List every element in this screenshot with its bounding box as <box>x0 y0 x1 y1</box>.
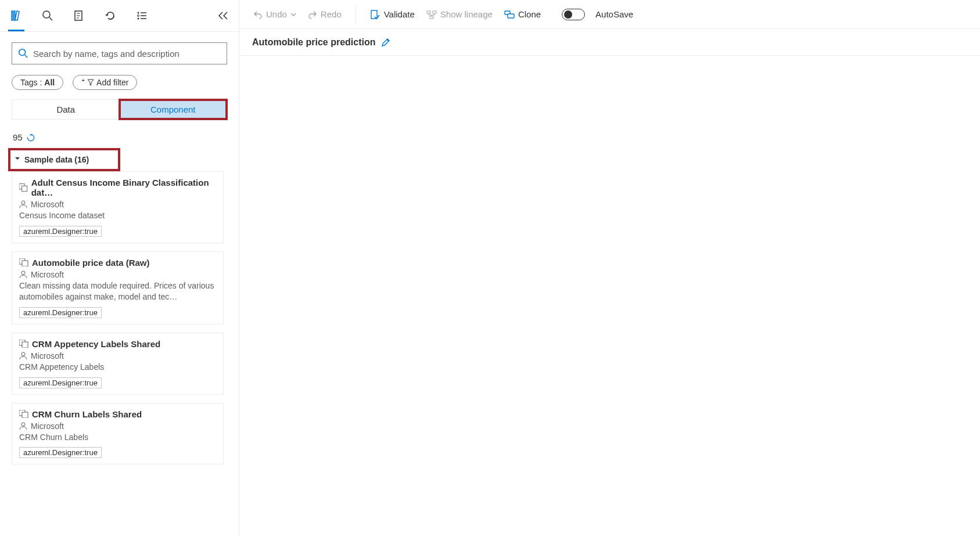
canvas-area: Undo Redo Validate Show lineage Clone Au… <box>239 0 980 537</box>
svg-point-12 <box>19 49 26 56</box>
redo-label: Redo <box>321 9 342 19</box>
show-lineage-button[interactable]: Show lineage <box>423 7 496 22</box>
tags-filter-pill[interactable]: Tags : All <box>12 75 63 90</box>
svg-rect-26 <box>371 10 377 19</box>
pipeline-canvas[interactable] <box>239 56 980 537</box>
redo-button[interactable]: Redo <box>304 7 345 21</box>
person-icon <box>19 200 27 208</box>
chevron-down-icon <box>290 12 296 17</box>
svg-point-8 <box>138 15 139 17</box>
clone-icon <box>504 9 515 20</box>
tab-component[interactable]: Component <box>120 100 227 119</box>
validate-button[interactable]: Validate <box>367 7 418 22</box>
search-input-icon <box>18 48 28 59</box>
clone-button[interactable]: Clone <box>501 7 544 22</box>
asset-card[interactable]: CRM Churn Labels Shared Microsoft CRM Ch… <box>12 403 224 465</box>
lineage-icon <box>426 9 437 20</box>
add-filter-label: Add filter <box>96 78 128 87</box>
asset-card-desc: Census Income dataset <box>19 210 216 221</box>
autosave-toggle[interactable] <box>562 9 585 20</box>
asset-card-title: CRM Churn Labels Shared <box>32 409 142 419</box>
group-sample-data[interactable]: Sample data (16) <box>8 148 120 171</box>
result-count: 95 <box>13 132 23 142</box>
canvas-toolbar: Undo Redo Validate Show lineage Clone Au… <box>239 0 980 29</box>
asset-card-author: Microsoft <box>31 270 64 279</box>
svg-point-0 <box>43 11 50 18</box>
tags-filter-label: Tags : <box>20 78 42 87</box>
undo-icon <box>253 10 263 19</box>
asset-card-title: CRM Appetency Labels Shared <box>32 339 160 349</box>
svg-rect-29 <box>430 16 433 19</box>
asset-card[interactable]: Automobile price data (Raw) Microsoft Cl… <box>12 251 224 325</box>
svg-line-13 <box>25 55 28 58</box>
asset-card-author: Microsoft <box>31 421 64 431</box>
asset-card-author: Microsoft <box>31 351 64 361</box>
asset-card-list: Adult Census Income Binary Classificatio… <box>12 171 227 537</box>
validate-label: Validate <box>384 9 415 19</box>
asset-card-tag: azureml.Designer:true <box>19 307 102 318</box>
show-lineage-label: Show lineage <box>440 9 493 19</box>
svg-line-1 <box>49 17 52 20</box>
tags-filter-value: All <box>44 78 55 87</box>
asset-card-author: Microsoft <box>31 200 64 209</box>
svg-rect-15 <box>22 186 27 191</box>
svg-rect-24 <box>22 412 28 418</box>
chevron-down-icon <box>14 155 21 162</box>
asset-type-tabs: Data Component <box>12 99 227 120</box>
asset-card-tag: azureml.Designer:true <box>19 447 102 458</box>
group-label: Sample data (16) <box>24 155 89 164</box>
asset-card[interactable]: Adult Census Income Binary Classificatio… <box>12 171 224 243</box>
svg-rect-31 <box>508 14 514 18</box>
asset-card-desc: Clean missing data module required. Pric… <box>19 280 216 302</box>
asset-card-tag: azureml.Designer:true <box>19 226 102 237</box>
asset-card-tag: azureml.Designer:true <box>19 377 102 388</box>
search-icon[interactable] <box>42 10 53 21</box>
group-header-container: Sample data (16) <box>12 148 227 171</box>
panel-body: Tags : All + Add filter Data Component 9… <box>0 32 239 537</box>
filter-funnel-icon <box>87 79 94 86</box>
toolbar-divider <box>356 6 356 23</box>
svg-point-19 <box>21 271 25 275</box>
asset-card-title: Automobile price data (Raw) <box>32 258 150 268</box>
undo-button[interactable]: Undo <box>250 7 300 21</box>
dataset-icon <box>19 410 28 418</box>
form-icon[interactable] <box>73 10 85 21</box>
filter-row: Tags : All + Add filter <box>12 75 227 90</box>
asset-card[interactable]: CRM Appetency Labels Shared Microsoft CR… <box>12 333 224 395</box>
asset-card-title: Adult Census Income Binary Classificatio… <box>31 178 216 197</box>
svg-point-22 <box>21 352 25 356</box>
pipeline-title-bar: Automobile price prediction <box>239 29 980 56</box>
edit-title-icon[interactable] <box>381 38 390 47</box>
panel-icon-bar <box>0 0 239 32</box>
dataset-icon <box>19 258 28 266</box>
person-icon <box>19 422 27 430</box>
svg-point-16 <box>21 201 25 204</box>
validate-icon <box>370 9 380 20</box>
refresh-results-icon[interactable] <box>26 133 35 142</box>
collapse-panel-icon[interactable] <box>217 10 228 21</box>
asset-search-box[interactable] <box>12 42 227 64</box>
redo-icon <box>308 10 317 19</box>
tab-data[interactable]: Data <box>12 100 120 119</box>
svg-rect-27 <box>427 11 430 13</box>
svg-rect-28 <box>433 11 436 13</box>
search-input[interactable] <box>33 49 221 59</box>
person-icon <box>19 271 27 279</box>
svg-rect-18 <box>22 261 28 266</box>
asset-card-desc: CRM Churn Labels <box>19 432 216 443</box>
add-icon: + <box>81 77 85 84</box>
dataset-icon <box>19 183 28 192</box>
person-icon <box>19 352 27 360</box>
asset-library-panel: Tags : All + Add filter Data Component 9… <box>0 0 239 537</box>
svg-point-25 <box>21 423 25 426</box>
undo-label: Undo <box>266 9 287 19</box>
asset-card-desc: CRM Appetency Labels <box>19 362 216 373</box>
add-filter-pill[interactable]: + Add filter <box>73 75 137 90</box>
refresh-icon[interactable] <box>105 10 116 21</box>
library-icon[interactable] <box>10 10 22 21</box>
clone-label: Clone <box>518 9 541 19</box>
list-settings-icon[interactable] <box>136 10 148 21</box>
svg-point-6 <box>138 12 139 14</box>
svg-point-10 <box>138 18 139 20</box>
dataset-icon <box>19 340 28 348</box>
